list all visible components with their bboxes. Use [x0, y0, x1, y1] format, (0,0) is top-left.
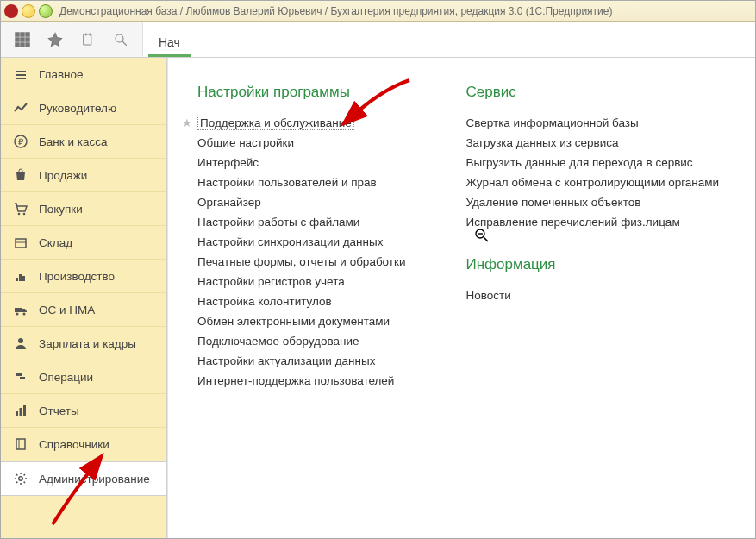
star-icon[interactable]: [42, 27, 68, 53]
svg-rect-13: [16, 74, 26, 76]
svg-rect-12: [16, 71, 26, 72]
link-export-data[interactable]: Выгрузить данные для перехода в сервис: [465, 153, 719, 172]
sidebar-item-label: ОС и НМА: [39, 304, 95, 317]
link-hardware[interactable]: Подключаемое оборудование: [197, 331, 405, 351]
svg-rect-22: [19, 274, 22, 281]
link-news[interactable]: Новости: [465, 285, 719, 305]
link-sync[interactable]: Настройки синхронизации данных: [197, 232, 405, 252]
zoom-cursor-icon: [475, 229, 489, 242]
link-edocs[interactable]: Обмен электронными документами: [197, 311, 405, 331]
sidebar-item-purchases[interactable]: Покупки: [1, 192, 166, 226]
link-delete-marked[interactable]: Удаление помеченных объектов: [465, 192, 719, 212]
svg-rect-5: [26, 38, 29, 41]
content-panel: Настройки программы Поддержка и обслужив…: [167, 58, 755, 538]
sidebar-item-bank[interactable]: ₽ Банк и касса: [1, 125, 166, 159]
cart-icon: [13, 201, 28, 216]
sidebar-item-production[interactable]: Производство: [1, 260, 166, 293]
svg-point-10: [116, 34, 123, 42]
svg-rect-19: [16, 239, 26, 248]
chart-icon: [13, 403, 28, 418]
sidebar-item-assets[interactable]: ОС и НМА: [1, 293, 166, 327]
ruble-icon: ₽: [13, 134, 28, 149]
svg-point-18: [23, 213, 26, 216]
window-title: Демонстрационная база / Любимов Валерий …: [59, 5, 612, 17]
sidebar-item-label: Зарплата и кадры: [39, 337, 136, 350]
svg-rect-30: [23, 405, 26, 416]
sidebar-item-main[interactable]: Главное: [1, 58, 166, 91]
window-titlebar: Демонстрационная база / Любимов Валерий …: [1, 1, 755, 22]
info-header: Информация: [465, 256, 719, 273]
top-toolbar: Нач: [1, 22, 755, 58]
window-button-2[interactable]: [39, 4, 53, 18]
svg-rect-31: [16, 439, 25, 449]
sidebar-item-label: Склад: [39, 236, 72, 249]
link-organizer[interactable]: Органайзер: [197, 192, 405, 212]
svg-line-36: [484, 237, 488, 241]
link-interface[interactable]: Интерфейс: [197, 153, 405, 172]
truck-icon: [13, 302, 28, 317]
sidebar-item-hr[interactable]: Зарплата и кадры: [1, 327, 166, 360]
sidebar-item-label: Операции: [39, 371, 93, 384]
sidebar-item-manager[interactable]: Руководителю: [1, 91, 166, 125]
right-column: Сервис Свертка информационной базы Загру…: [465, 84, 719, 530]
svg-point-17: [18, 213, 21, 216]
sidebar-item-label: Главное: [39, 68, 84, 81]
svg-rect-9: [84, 34, 91, 45]
svg-text:₽: ₽: [18, 137, 24, 147]
link-actualization[interactable]: Настройки актуализации данных: [197, 351, 405, 371]
link-general[interactable]: Общие настройки: [197, 133, 405, 153]
trend-icon: [13, 100, 28, 116]
sidebar-item-operations[interactable]: Операции: [1, 360, 166, 394]
search-icon[interactable]: [108, 27, 134, 53]
svg-rect-0: [16, 33, 19, 36]
sidebar: Главное Руководителю ₽ Банк и касса Прод…: [1, 58, 167, 538]
gear-icon: [13, 471, 28, 486]
svg-rect-29: [20, 408, 22, 416]
link-print-forms[interactable]: Печатные формы, отчеты и обработки: [197, 252, 405, 272]
sidebar-item-directories[interactable]: Справочники: [1, 428, 166, 461]
link-registers[interactable]: Настройки регистров учета: [197, 272, 405, 291]
svg-line-11: [122, 41, 127, 46]
window-button-1[interactable]: [22, 4, 35, 18]
svg-rect-3: [16, 38, 19, 41]
link-support[interactable]: Поддержка и обслуживание: [197, 113, 405, 133]
link-files[interactable]: Настройки работы с файлами: [197, 212, 405, 232]
history-icon[interactable]: [75, 27, 101, 53]
sidebar-item-stock[interactable]: Склад: [1, 226, 166, 260]
svg-rect-6: [16, 43, 19, 47]
service-link-list: Свертка информационной базы Загрузка дан…: [465, 113, 719, 232]
svg-rect-23: [22, 276, 25, 281]
link-load-data[interactable]: Загрузка данных из сервиса: [465, 133, 719, 153]
ops-icon: [13, 369, 28, 385]
svg-point-26: [23, 313, 26, 316]
sidebar-item-admin[interactable]: Администрирование: [1, 461, 166, 496]
svg-rect-8: [26, 43, 29, 47]
sidebar-item-label: Отчеты: [39, 404, 79, 417]
svg-rect-7: [21, 43, 24, 47]
svg-rect-21: [16, 278, 18, 281]
settings-link-list: Поддержка и обслуживание Общие настройки…: [197, 113, 405, 391]
person-icon: [13, 335, 28, 351]
link-headers-footers[interactable]: Настройка колонтитулов: [197, 291, 405, 311]
sidebar-item-label: Руководителю: [39, 102, 116, 115]
sidebar-item-label: Производство: [39, 270, 115, 283]
link-fix-transfers[interactable]: Исправление перечислений физ.лицам: [465, 212, 719, 232]
svg-rect-2: [26, 33, 29, 36]
link-db-compress[interactable]: Свертка информационной базы: [465, 113, 719, 133]
box-icon: [13, 235, 28, 250]
tab-strip: Нач: [142, 22, 755, 57]
apps-icon[interactable]: [9, 27, 35, 53]
toolbar-icon-group: [1, 22, 142, 57]
svg-rect-14: [16, 78, 26, 79]
factory-icon: [13, 268, 28, 284]
svg-rect-24: [15, 308, 22, 312]
tab-start[interactable]: Нач: [148, 28, 191, 57]
svg-point-25: [16, 313, 19, 316]
bag-icon: [13, 167, 28, 183]
link-users-rights[interactable]: Настройки пользователей и прав: [197, 172, 405, 192]
link-exchange-log[interactable]: Журнал обмена с контролирующими органами: [465, 172, 719, 192]
sidebar-item-sales[interactable]: Продажи: [1, 159, 166, 192]
sidebar-item-label: Администрирование: [39, 473, 150, 486]
sidebar-item-reports[interactable]: Отчеты: [1, 394, 166, 428]
link-internet-support[interactable]: Интернет-поддержка пользователей: [197, 371, 405, 391]
